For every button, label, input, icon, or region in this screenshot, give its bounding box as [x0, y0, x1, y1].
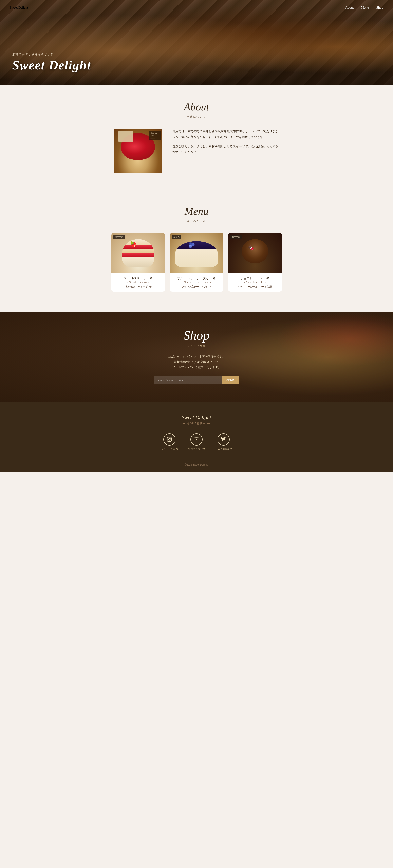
- menu-card-0[interactable]: おすすめ ストロベリーケーキ - Strawberry cake - # 旬のあ…: [111, 233, 165, 291]
- shop-desc-line3: メールアドレスへご案内いたします。: [172, 366, 221, 369]
- menu-heading: Menu: [12, 206, 381, 217]
- menu-card-body-1: ブルーベリーチーズケーキ - Blueberry cheesecake - # …: [170, 274, 223, 291]
- menu-card-image-0: おすすめ: [111, 233, 165, 274]
- menu-name-en-0: - Strawberry cake -: [114, 281, 163, 283]
- footer-label-twitter: お店の混雑状況: [215, 447, 232, 451]
- footer-icons: メニューご案内 制作のウラガワ お店の混雑状況: [8, 433, 385, 451]
- hero-subtitle: 素材の美味しさをそのままに: [12, 53, 91, 56]
- svg-marker-3: [196, 439, 197, 440]
- footer-label-instagram: メニューご案内: [161, 447, 178, 451]
- menu-badge-2: おすすめ: [230, 235, 242, 239]
- about-paragraph-2: 自然な味わいを大切にし、素材を感じさせるスイーツで、心に残るひとときをお過ごしく…: [172, 144, 279, 155]
- shop-desc-line1: ただいま、オンラインストアを準備中です。: [168, 355, 225, 358]
- menu-card-1[interactable]: 新発売 ブルーベリーチーズケーキ - Blueberry cheesecake …: [170, 233, 223, 291]
- menu-card-body-0: ストロベリーケーキ - Strawberry cake - # 旬のあまおうトッ…: [111, 274, 165, 291]
- shop-form: SEND: [154, 376, 239, 384]
- hero-text-block: 素材の美味しさをそのままに Sweet Delight: [12, 53, 91, 73]
- menu-name-jp-2: チョコレートケーキ: [231, 276, 279, 280]
- menu-card-body-2: チョコレートケーキ - Chocolate cake - # ベルギー産チョコレ…: [228, 274, 282, 291]
- menu-name-en-2: - Chocolate cake -: [231, 281, 279, 283]
- email-input[interactable]: [154, 376, 222, 384]
- footer-icon-youtube[interactable]: 制作のウラガワ: [188, 433, 205, 451]
- menu-name-jp-0: ストロベリーケーキ: [114, 276, 163, 280]
- nav-link-shop[interactable]: Shop: [376, 6, 383, 10]
- about-heading: About: [12, 101, 381, 113]
- menu-tag-1: # フランス産チーズをブレンド: [172, 285, 221, 288]
- nav-link-menu[interactable]: Menu: [361, 6, 369, 10]
- navbar: Sweet Delight About Menu Shop: [0, 0, 393, 16]
- menu-badge-0: おすすめ: [113, 235, 125, 239]
- shop-section: Shop ― ショップ情報 ― ただいま、オンラインストアを準備中です。 最新情…: [0, 312, 393, 403]
- menu-section: Menu ― 今月のケーキ ― おすすめ ストロベリーケーキ - Strawbe…: [0, 193, 393, 312]
- svg-point-1: [169, 438, 170, 440]
- shop-subtitle: ― ショップ情報 ―: [12, 344, 381, 348]
- menu-badge-1: 新発売: [172, 235, 181, 239]
- svg-point-2: [170, 438, 171, 438]
- menu-subtitle: ― 今月のケーキ ―: [12, 219, 381, 223]
- about-section: About ― 当店について ― Strawberry Tart 350¥ 当店…: [0, 85, 393, 193]
- menu-title: Menu: [12, 206, 381, 217]
- svg-rect-0: [167, 437, 172, 442]
- about-content: Strawberry Tart 350¥ 当店では、素材の持つ美味しさや風味を最…: [114, 129, 279, 173]
- nav-logo[interactable]: Sweet Delight: [10, 6, 28, 9]
- about-text-block: 当店では、素材の持つ美味しさや風味を最大限に生かし、シンプルでありながらも、素材…: [172, 129, 279, 159]
- instagram-icon[interactable]: [163, 433, 175, 445]
- footer-label-youtube: 制作のウラガワ: [188, 447, 205, 451]
- youtube-icon[interactable]: [191, 433, 202, 445]
- menu-card-image-1: 新発売: [170, 233, 223, 274]
- menu-tag-0: # 旬のあまおうトッピング: [114, 285, 163, 288]
- footer-copyright: ©2023 Sweet Delight.: [8, 459, 385, 466]
- menu-grid: おすすめ ストロベリーケーキ - Strawberry cake - # 旬のあ…: [110, 233, 283, 291]
- nav-link-about[interactable]: About: [345, 6, 354, 10]
- twitter-icon[interactable]: [218, 433, 230, 445]
- menu-name-en-1: - Blueberry cheesecake -: [172, 281, 221, 283]
- menu-tag-2: # ベルギー産チョコレート使用: [231, 285, 279, 288]
- footer-icon-instagram[interactable]: メニューご案内: [161, 433, 178, 451]
- menu-card-2[interactable]: おすすめ チョコレートケーキ - Chocolate cake - # ベルギー…: [228, 233, 282, 291]
- about-image: Strawberry Tart 350¥: [114, 129, 162, 173]
- shop-desc-line2: 最新情報は以下より送信いただいた: [174, 360, 219, 364]
- footer-sns-label: ― 各SNS更新中 ―: [8, 422, 385, 425]
- shop-description: ただいま、オンラインストアを準備中です。 最新情報は以下より送信いただいた メー…: [12, 354, 381, 370]
- footer-logo: Sweet Delight: [8, 414, 385, 421]
- send-button[interactable]: SEND: [222, 376, 239, 384]
- footer-icon-twitter[interactable]: お店の混雑状況: [215, 433, 232, 451]
- about-subtitle: ― 当店について ―: [12, 115, 381, 119]
- about-title: About: [12, 101, 381, 113]
- nav-links: About Menu Shop: [345, 6, 383, 10]
- about-paragraph-1: 当店では、素材の持つ美味しさや風味を最大限に生かし、シンプルでありながらも、素材…: [172, 129, 279, 140]
- about-image-label: Strawberry Tart 350¥: [149, 131, 161, 141]
- shop-content: Shop ― ショップ情報 ― ただいま、オンラインストアを準備中です。 最新情…: [12, 328, 381, 384]
- shop-title: Shop: [12, 328, 381, 343]
- footer: Sweet Delight ― 各SNS更新中 ― メニューご案内 制作: [0, 403, 393, 472]
- hero-title: Sweet Delight: [12, 58, 91, 73]
- menu-card-image-2: おすすめ: [228, 233, 282, 274]
- menu-name-jp-1: ブルーベリーチーズケーキ: [172, 276, 221, 280]
